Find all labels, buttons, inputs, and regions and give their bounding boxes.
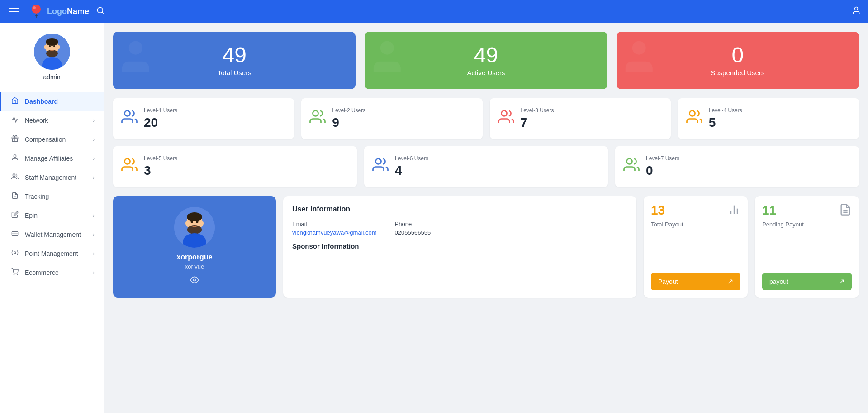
pending-payout-header: 11 [762, 203, 852, 219]
search-button[interactable] [96, 6, 104, 17]
level-4-count: 5 [709, 115, 742, 130]
svg-point-24 [17, 274, 18, 274]
sidebar-item-wallet-management[interactable]: Wallet Management › [0, 225, 104, 244]
level-1-info: Level-1 Users 20 [144, 107, 177, 130]
view-profile-button[interactable] [190, 275, 199, 287]
phone-value: 02055566555 [395, 229, 431, 236]
level-6-title: Level-6 Users [395, 155, 428, 162]
profile-sub: xor vue [185, 263, 204, 270]
level-7-count: 0 [646, 163, 679, 178]
chevron-icon: › [93, 212, 95, 219]
suspended-users-card: 0 Suspended Users [617, 32, 859, 89]
svg-point-4 [97, 7, 103, 13]
compensation-label: Compensation [25, 136, 87, 143]
svg-point-17 [13, 174, 15, 176]
bottom-section: xorporgue xor vue User Information Email… [113, 196, 859, 298]
level-5-icon [121, 157, 138, 177]
active-users-number: 49 [474, 44, 498, 66]
hamburger-button[interactable] [7, 6, 21, 16]
point-management-label: Point Management [25, 250, 87, 257]
epin-label: Epin [25, 212, 87, 219]
manage-affiliates-icon [10, 154, 19, 163]
level-2-card: Level-2 Users 9 [301, 98, 482, 139]
phone-label: Phone [395, 221, 431, 227]
level-4-icon [686, 109, 702, 129]
total-payout-number: 13 [651, 203, 665, 218]
level-7-title: Level-7 Users [646, 155, 679, 162]
level-4-card: Level-4 Users 5 [678, 98, 859, 139]
svg-point-22 [14, 252, 16, 254]
level-5-card: Level-5 Users 3 [113, 146, 357, 187]
svg-point-38 [187, 212, 202, 221]
chevron-icon: › [93, 250, 95, 257]
svg-point-31 [689, 111, 695, 116]
total-users-card: 49 Total Users [113, 32, 356, 89]
dashboard-label: Dashboard [25, 98, 95, 105]
svg-point-32 [125, 159, 130, 164]
pending-payout-button[interactable]: payout ↗ [762, 273, 852, 290]
svg-point-29 [313, 111, 318, 116]
level-1-title: Level-1 Users [144, 107, 177, 114]
compensation-icon [10, 135, 19, 144]
sponsor-title: Sponsor Information [292, 242, 627, 250]
bg-person-icon [120, 36, 161, 85]
total-payout-button[interactable]: Payout ↗ [651, 273, 740, 290]
level-3-info: Level-3 Users 7 [521, 107, 554, 130]
sidebar-item-dashboard[interactable]: Dashboard [0, 92, 104, 111]
level-3-icon [498, 109, 514, 129]
level-5-info: Level-5 Users 3 [144, 155, 177, 178]
level-2-icon [309, 109, 326, 129]
svg-point-23 [14, 274, 14, 274]
sidebar-item-epin[interactable]: Epin › [0, 206, 104, 225]
svg-point-26 [380, 41, 394, 54]
svg-point-15 [53, 45, 55, 47]
svg-rect-20 [12, 231, 18, 235]
level-4-info: Level-4 Users 5 [709, 107, 742, 130]
svg-point-10 [46, 38, 58, 46]
level-3-title: Level-3 Users [521, 107, 554, 114]
svg-point-0 [32, 5, 41, 14]
level-6-card: Level-6 Users 4 [364, 146, 608, 187]
wallet-icon [10, 230, 19, 239]
avatar [34, 34, 70, 70]
user-account-button[interactable] [852, 6, 861, 17]
main-layout: admin Dashboard Network › [0, 23, 868, 413]
topbar-left: LogoName [7, 3, 104, 19]
svg-point-6 [855, 7, 858, 10]
user-info-title: User Information [292, 205, 627, 213]
svg-point-42 [191, 221, 193, 223]
email-value: viengkhamvueyawa@gmail.com [292, 229, 377, 236]
arrow-icon: ↗ [727, 277, 733, 286]
svg-point-44 [194, 279, 196, 281]
pending-payout-card: 11 Pending Payout payout ↗ [755, 196, 859, 298]
level-7-icon [623, 157, 640, 177]
bar-chart-icon [728, 203, 740, 219]
topbar: LogoName [0, 0, 868, 23]
sidebar-item-compensation[interactable]: Compensation › [0, 130, 104, 149]
sidebar-item-point-management[interactable]: Point Management › [0, 244, 104, 263]
level-2-count: 9 [332, 115, 365, 130]
sidebar-item-network[interactable]: Network › [0, 111, 104, 130]
total-payout-card: 13 Total Payout Payout ↗ [644, 196, 748, 298]
level-6-info: Level-6 Users 4 [395, 155, 428, 178]
level-7-card: Level-7 Users 0 [615, 146, 859, 187]
level-4-title: Level-4 Users [709, 107, 742, 114]
active-users-card: 49 Active Users [365, 32, 607, 89]
pending-payout-number: 11 [762, 203, 776, 218]
svg-point-40 [200, 221, 204, 226]
email-col: Email viengkhamvueyawa@gmail.com [292, 221, 377, 236]
top-stat-cards: 49 Total Users 49 Active Users 0 [113, 32, 859, 89]
sidebar: admin Dashboard Network › [0, 23, 104, 413]
phone-col: Phone 02055566555 [395, 221, 431, 236]
sidebar-item-manage-affiliates[interactable]: Manage Affiliates › [0, 149, 104, 168]
sidebar-item-ecommerce[interactable]: Ecommerce › [0, 263, 104, 282]
chevron-icon: › [93, 269, 95, 276]
level-3-count: 7 [521, 115, 554, 130]
sidebar-item-staff-management[interactable]: Staff Management › [0, 168, 104, 187]
logo-text: LogoName [47, 7, 89, 16]
sidebar-profile: admin [0, 23, 104, 88]
sidebar-item-tracking[interactable]: Tracking [0, 187, 104, 206]
total-payout-btn-label: Payout [658, 278, 678, 285]
manage-affiliates-label: Manage Affiliates [25, 155, 87, 162]
bg-person-icon-green [372, 36, 413, 85]
